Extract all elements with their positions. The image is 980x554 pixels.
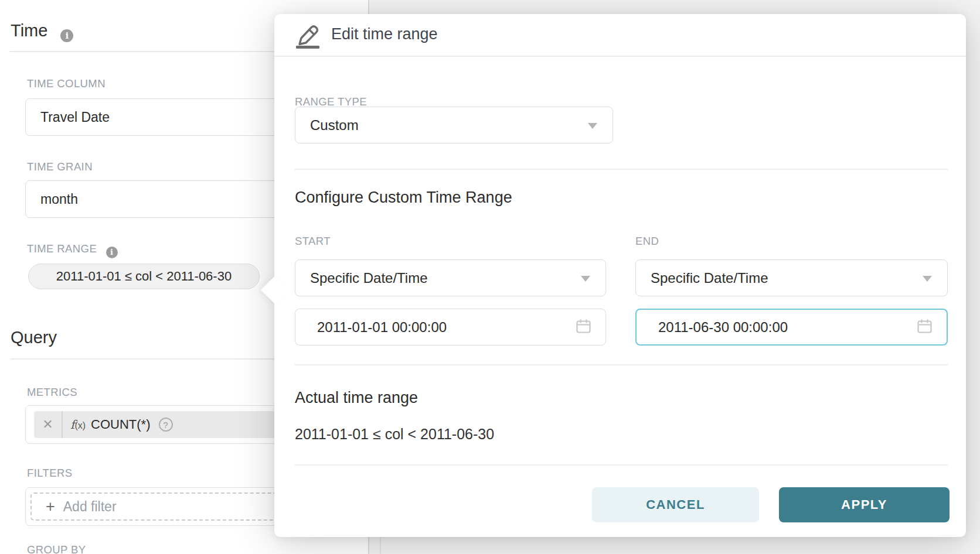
header-divider	[274, 56, 966, 57]
group-by-label: GROUP BY	[27, 543, 86, 554]
calendar-icon[interactable]	[576, 318, 591, 336]
metric-help-icon[interactable]: ?	[159, 418, 173, 432]
start-mode-select[interactable]: Specific Date/Time	[295, 259, 606, 296]
range-type-select[interactable]: Custom	[295, 107, 613, 143]
start-label: START	[295, 235, 331, 248]
query-section-title: Query	[11, 328, 57, 347]
end-mode-value: Specific Date/Time	[636, 270, 768, 286]
metrics-label: METRICS	[27, 386, 77, 399]
edit-time-range-popover: Edit time range RANGE TYPE Custom Config…	[274, 14, 966, 537]
function-icon: f(x)	[70, 418, 86, 432]
range-type-value: Custom	[295, 117, 359, 134]
cancel-button[interactable]: CANCEL	[592, 487, 759, 522]
time-range-label-text: TIME RANGE	[27, 242, 97, 255]
filters-label: FILTERS	[27, 467, 73, 480]
chevron-down-icon	[588, 123, 597, 129]
time-range-pill[interactable]: 2011-01-01 ≤ col < 2011-06-30	[28, 264, 260, 289]
time-info-icon[interactable]: i	[60, 29, 73, 42]
configure-divider	[295, 364, 948, 365]
metric-expression: COUNT(*)	[91, 417, 150, 432]
time-range-info-icon[interactable]: i	[106, 247, 118, 258]
popover-title: Edit time range	[331, 25, 438, 43]
time-column-value: Travel Date	[26, 110, 110, 125]
remove-metric-icon[interactable]: ✕	[34, 417, 62, 432]
time-grain-label: TIME GRAIN	[27, 160, 93, 173]
time-range-label: TIME RANGE i	[27, 242, 118, 258]
panel-divider-secondary	[380, 537, 381, 554]
plus-icon: +	[46, 499, 55, 515]
end-mode-select[interactable]: Specific Date/Time	[635, 259, 948, 296]
time-section-title: Time i	[11, 21, 73, 42]
start-datetime-field	[295, 309, 606, 346]
actual-range-heading: Actual time range	[295, 389, 418, 407]
time-grain-value: month	[26, 191, 78, 207]
screen: Time i TIME COLUMN Travel Date TIME GRAI…	[0, 0, 980, 554]
end-datetime-input[interactable]	[637, 310, 947, 344]
configure-heading: Configure Custom Time Range	[295, 189, 512, 207]
calendar-icon[interactable]	[917, 318, 933, 336]
chip-separator	[62, 411, 63, 438]
edit-pencil-icon	[294, 19, 320, 52]
chevron-down-icon	[923, 276, 932, 282]
time-column-label: TIME COLUMN	[27, 77, 106, 90]
popover-header: Edit time range	[274, 14, 966, 56]
chevron-down-icon	[581, 276, 590, 282]
start-mode-value: Specific Date/Time	[295, 270, 428, 286]
end-datetime-field	[635, 309, 948, 346]
apply-button[interactable]: APPLY	[779, 487, 950, 522]
actual-range-value: 2011-01-01 ≤ col < 2011-06-30	[295, 426, 494, 443]
range-type-divider	[295, 169, 948, 170]
query-section-title-text: Query	[11, 328, 57, 347]
end-label: END	[635, 235, 659, 248]
time-section-title-text: Time	[11, 21, 47, 40]
footer-divider	[295, 464, 948, 466]
fx-args: (x)	[74, 420, 86, 430]
add-filter-text: Add filter	[63, 499, 117, 515]
start-datetime-input[interactable]	[295, 309, 605, 345]
